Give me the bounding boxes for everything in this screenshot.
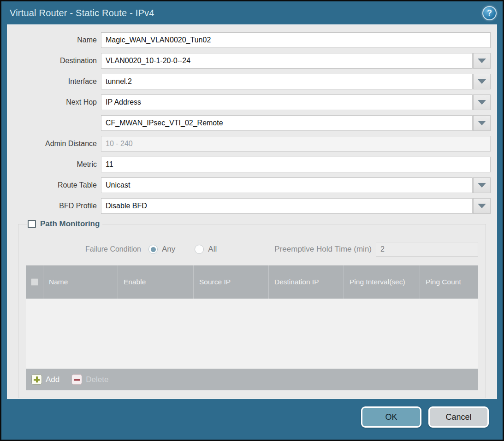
failure-condition-label: Failure Condition xyxy=(26,245,141,253)
bfd-profile-label: BFD Profile xyxy=(13,202,101,210)
path-monitoring-legend: Path Monitoring xyxy=(27,219,102,229)
ok-button[interactable]: OK xyxy=(361,406,421,428)
metric-input[interactable] xyxy=(101,157,491,172)
interface-input[interactable] xyxy=(101,74,473,89)
next-hop-type-dropdown-button[interactable] xyxy=(473,94,491,110)
route-table-label: Route Table xyxy=(13,181,101,189)
route-table-input[interactable] xyxy=(101,177,473,193)
select-all-cell xyxy=(26,265,43,299)
dialog-titlebar: Virtual Router - Static Route - IPv4 ? xyxy=(1,1,503,24)
form-row-admin-distance: Admin Distance xyxy=(13,136,491,152)
name-label: Name xyxy=(13,36,101,44)
chevron-down-icon xyxy=(478,59,486,63)
destination-input[interactable] xyxy=(101,53,473,69)
path-monitoring-section: Path Monitoring Failure Condition Any Al… xyxy=(18,219,486,398)
failure-condition-row: Failure Condition Any All Preemptive Hol… xyxy=(26,241,478,257)
table-body-empty xyxy=(26,299,478,369)
form-row-next-hop: Next Hop xyxy=(13,94,491,110)
route-table-dropdown-button[interactable] xyxy=(473,177,491,193)
column-header-ping-count: Ping Count xyxy=(420,265,478,299)
bfd-profile-dropdown-button[interactable] xyxy=(473,198,491,214)
chevron-down-icon xyxy=(478,79,486,84)
interface-label: Interface xyxy=(13,77,101,86)
radio-any-label: Any xyxy=(162,245,175,254)
column-header-destination-ip: Destination IP xyxy=(269,265,344,299)
help-icon[interactable]: ? xyxy=(482,6,497,20)
bfd-profile-input[interactable] xyxy=(101,198,473,214)
radio-dot xyxy=(151,247,156,252)
add-button[interactable]: Add xyxy=(31,374,59,385)
form-row-name: Name xyxy=(13,32,491,48)
metric-label: Metric xyxy=(13,160,101,169)
admin-distance-label: Admin Distance xyxy=(13,140,101,148)
path-monitoring-checkbox[interactable] xyxy=(28,220,36,228)
form-row-next-hop-address xyxy=(13,115,491,131)
next-hop-label: Next Hop xyxy=(13,98,101,106)
delete-button: Delete xyxy=(71,374,108,385)
path-monitoring-title: Path Monitoring xyxy=(40,219,100,229)
radio-all-label: All xyxy=(208,245,217,254)
select-all-checkbox xyxy=(31,278,38,286)
chevron-down-icon xyxy=(478,183,486,188)
form-row-interface: Interface xyxy=(13,74,491,89)
path-monitoring-table: Name Enable Source IP Destination IP Pin… xyxy=(26,265,478,390)
chevron-down-icon xyxy=(478,204,486,208)
form-row-destination: Destination xyxy=(13,53,491,69)
table-toolbar: Add Delete xyxy=(26,369,478,390)
delete-button-label: Delete xyxy=(86,375,108,384)
dialog-body: Name Destination Interface Next Hop xyxy=(7,24,497,399)
preemptive-hold-time-label: Preemptive Hold Time (min) xyxy=(274,245,372,254)
chevron-down-icon xyxy=(478,100,486,105)
admin-distance-input[interactable] xyxy=(101,136,491,152)
table-header: Name Enable Source IP Destination IP Pin… xyxy=(26,265,478,299)
destination-dropdown-button[interactable] xyxy=(473,53,491,69)
chevron-down-icon xyxy=(478,121,486,125)
next-hop-address-input[interactable] xyxy=(101,115,473,131)
dialog-title: Virtual Router - Static Route - IPv4 xyxy=(10,8,154,18)
radio-all xyxy=(195,245,204,254)
add-button-label: Add xyxy=(46,375,59,384)
column-header-ping-interval: Ping Interval(sec) xyxy=(344,265,420,299)
static-route-dialog: Virtual Router - Static Route - IPv4 ? N… xyxy=(0,0,504,441)
radio-any xyxy=(148,245,158,254)
preemptive-hold-time-input xyxy=(376,242,478,257)
minus-icon xyxy=(71,374,82,385)
next-hop-type-input[interactable] xyxy=(101,94,473,110)
column-header-enable: Enable xyxy=(118,265,194,299)
cancel-button[interactable]: Cancel xyxy=(428,406,489,428)
next-hop-address-dropdown-button[interactable] xyxy=(473,115,491,131)
form-row-route-table: Route Table xyxy=(13,177,491,193)
name-input[interactable] xyxy=(101,32,491,48)
dialog-footer: OK Cancel xyxy=(1,399,503,440)
destination-label: Destination xyxy=(13,57,101,65)
form-row-metric: Metric xyxy=(13,157,491,172)
plus-icon xyxy=(31,374,42,385)
form-row-bfd-profile: BFD Profile xyxy=(13,198,491,214)
column-header-source-ip: Source IP xyxy=(194,265,269,299)
interface-dropdown-button[interactable] xyxy=(473,74,491,89)
column-header-name: Name xyxy=(43,265,118,299)
